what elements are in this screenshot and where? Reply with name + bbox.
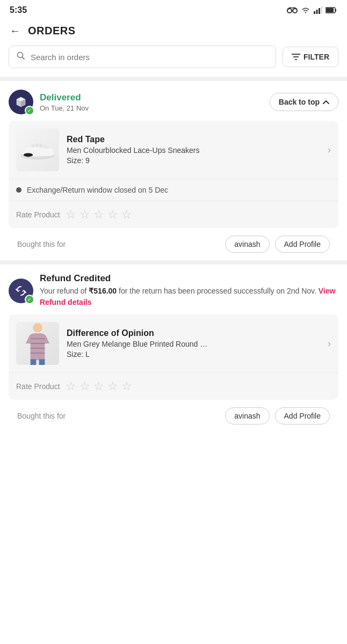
section-divider [0, 77, 347, 81]
shoe-illustration [19, 136, 56, 163]
svg-point-0 [287, 9, 292, 13]
shoe-image [16, 128, 59, 171]
back-to-top-button[interactable]: Back to top [270, 93, 338, 111]
product-name-1: Men Colourblocked Lace-Ups Sneakers [67, 146, 320, 155]
refund-msg-pre: Your refund of [40, 287, 89, 295]
bought-for-actions-2: avinash Add Profile [225, 407, 330, 425]
product-card-1: Red Tape Men Colourblocked Lace-Ups Snea… [9, 121, 338, 228]
order-status-left: ✓ Delivered On Tue, 21 Nov [9, 90, 89, 114]
bought-for-row-2: Bought this for avinash Add Profile [9, 400, 338, 432]
battery-icon [326, 7, 337, 13]
status-icons [287, 6, 337, 14]
refund-status-header: ✓ Refund Credited Your refund of ₹516.00… [9, 273, 338, 308]
bought-for-row-1: Bought this for avinash Add Profile [9, 228, 338, 260]
add-profile-btn-1[interactable]: Add Profile [275, 236, 330, 253]
refund-amount: ₹516.00 [89, 287, 117, 295]
search-icon [17, 52, 25, 62]
product-info-1: Red Tape Men Colourblocked Lace-Ups Snea… [67, 135, 320, 165]
product-brand-2: Difference of Opinion [67, 328, 320, 338]
product-row-2[interactable]: Difference of Opinion Men Grey Melange B… [9, 314, 338, 372]
wifi-icon [301, 6, 310, 14]
svg-point-1 [293, 9, 297, 13]
profile-avinash-btn-1[interactable]: avinash [225, 236, 269, 253]
svg-rect-7 [326, 8, 334, 12]
signal-icon [314, 6, 322, 14]
refund-check-icon: ✓ [25, 295, 34, 304]
star-1-5[interactable]: ☆ [121, 208, 132, 222]
order-icon: ✓ [9, 90, 33, 114]
product-card-2: Difference of Opinion Men Grey Melange B… [9, 314, 338, 400]
svg-rect-2 [314, 11, 315, 14]
star-2-4[interactable]: ☆ [107, 379, 118, 393]
star-rating-2[interactable]: ☆ ☆ ☆ ☆ ☆ [66, 379, 132, 393]
product-row-1[interactable]: Red Tape Men Colourblocked Lace-Ups Snea… [9, 121, 338, 179]
star-2-3[interactable]: ☆ [93, 379, 104, 393]
product-image-1 [16, 128, 59, 171]
star-1-1[interactable]: ☆ [66, 208, 76, 222]
product-name-2: Men Grey Melange Blue Printed Round … [67, 340, 320, 348]
rate-row-1: Rate Product ☆ ☆ ☆ ☆ ☆ [9, 201, 338, 228]
svg-rect-5 [321, 6, 323, 14]
product-chevron-1[interactable]: › [328, 144, 331, 156]
header: ← ORDERS [0, 18, 347, 46]
refund-label: Refund Credited [40, 273, 338, 284]
svg-rect-19 [31, 359, 37, 365]
bought-for-label-1: Bought this for [17, 240, 66, 248]
search-row: FILTER [0, 46, 347, 77]
product-info-2: Difference of Opinion Men Grey Melange B… [67, 328, 320, 358]
refund-section: ✓ Refund Credited Your refund of ₹516.00… [0, 265, 347, 432]
refund-message: Your refund of ₹516.00 for the return ha… [40, 286, 338, 308]
product-size-1: Size: 9 [67, 156, 320, 165]
shirt-illustration [19, 322, 56, 365]
svg-point-14 [33, 323, 42, 333]
filter-icon [292, 53, 300, 61]
return-notice-1: Exchange/Return window closed on 5 Dec [9, 179, 338, 201]
star-2-1[interactable]: ☆ [66, 379, 76, 393]
delivered-label: Delivered [40, 92, 89, 103]
filter-label: FILTER [303, 53, 329, 61]
star-1-3[interactable]: ☆ [93, 208, 104, 222]
refund-status-text: Refund Credited Your refund of ₹516.00 f… [40, 273, 338, 308]
search-input[interactable] [31, 53, 268, 62]
refund-icon: ✓ [9, 279, 33, 303]
add-profile-btn-2[interactable]: Add Profile [275, 407, 330, 425]
rate-label-1: Rate Product [16, 210, 60, 219]
filter-button[interactable]: FILTER [283, 47, 338, 67]
shirt-image [16, 322, 59, 365]
svg-point-13 [24, 153, 33, 157]
package-icon [15, 96, 27, 108]
order-status-text: Delivered On Tue, 21 Nov [40, 92, 89, 112]
product-brand-1: Red Tape [67, 135, 320, 144]
refund-arrows-icon [15, 284, 27, 297]
search-box [9, 46, 276, 68]
bought-for-actions-1: avinash Add Profile [225, 236, 330, 253]
refund-status-left: ✓ Refund Credited Your refund of ₹516.00… [9, 273, 338, 308]
status-bar: 5:35 [0, 0, 347, 18]
product-image-2 [16, 322, 59, 365]
order-status-header: ✓ Delivered On Tue, 21 Nov Back to top [9, 90, 338, 114]
order-delivered-section: ✓ Delivered On Tue, 21 Nov Back to top [0, 81, 347, 260]
chevron-up-icon [323, 100, 329, 104]
bought-for-label-2: Bought this for [17, 412, 66, 420]
delivered-check-icon: ✓ [25, 106, 34, 115]
star-1-2[interactable]: ☆ [79, 208, 90, 222]
star-rating-1[interactable]: ☆ ☆ ☆ ☆ ☆ [66, 208, 132, 222]
rate-label-2: Rate Product [16, 382, 60, 391]
section-divider-2 [0, 260, 347, 265]
delivered-date: On Tue, 21 Nov [40, 104, 89, 112]
star-2-2[interactable]: ☆ [79, 379, 90, 393]
profile-avinash-btn-2[interactable]: avinash [225, 407, 269, 425]
svg-rect-20 [39, 359, 45, 365]
star-2-5[interactable]: ☆ [121, 379, 132, 393]
product-chevron-2[interactable]: › [328, 338, 331, 349]
return-dot-icon [16, 187, 21, 193]
rate-row-2: Rate Product ☆ ☆ ☆ ☆ ☆ [9, 372, 338, 400]
svg-rect-4 [319, 8, 320, 14]
svg-rect-3 [316, 10, 318, 14]
page-title: ORDERS [28, 25, 76, 37]
return-text-1: Exchange/Return window closed on 5 Dec [27, 186, 168, 194]
back-button[interactable]: ← [10, 25, 20, 37]
status-time: 5:35 [10, 5, 27, 15]
spy-icon [287, 6, 298, 14]
star-1-4[interactable]: ☆ [107, 208, 118, 222]
